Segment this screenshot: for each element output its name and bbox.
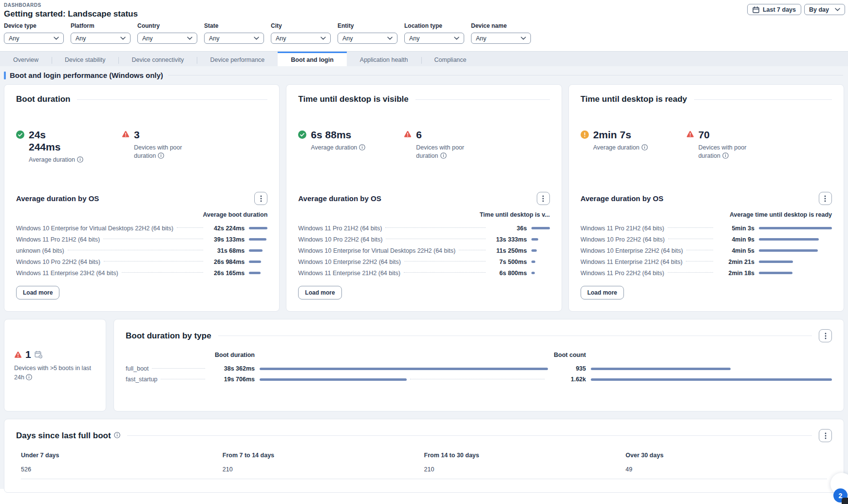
filter-select-platform[interactable]: Any: [71, 33, 131, 44]
dotted-leader: [459, 250, 486, 250]
divider: [127, 435, 812, 436]
load-more-button[interactable]: Load more: [298, 286, 341, 299]
os-row: Windows 10 Pro 22H2 (64 bits)13s 333ms: [298, 234, 549, 245]
dotted-leader: [668, 272, 713, 273]
metric-label: Average duration: [311, 144, 365, 152]
count-bar: [591, 378, 832, 381]
filter-select-state[interactable]: Any: [204, 33, 264, 44]
info-icon[interactable]: [359, 144, 365, 150]
average-duration-metric: 24s244msAverage duration: [16, 129, 122, 181]
load-more-button[interactable]: Load more: [16, 286, 59, 299]
os-row: Windows 10 Pro 22H2 (64 bits)26s 984ms: [16, 256, 267, 267]
kebab-icon: [542, 195, 544, 202]
metric-cards-row: Boot duration24s244msAverage duration3De…: [4, 84, 844, 312]
card-menu-button[interactable]: [537, 192, 550, 205]
calendar-icon: [753, 6, 759, 13]
value-bar: [759, 227, 832, 229]
info-icon[interactable]: [440, 152, 447, 159]
filter-location-type: Location typeAny: [404, 22, 464, 44]
filter-select-city[interactable]: Any: [271, 33, 331, 44]
card-title: Time until desktop is ready: [581, 94, 687, 104]
dotted-leader: [404, 272, 486, 273]
filter-select-entity[interactable]: Any: [338, 33, 397, 44]
filter-label: Device name: [471, 22, 531, 29]
dotted-leader: [161, 379, 205, 379]
dotted-leader: [410, 379, 545, 379]
os-row: Windows 11 Pro 21H2 (64 bits)5min 3s: [581, 223, 832, 234]
info-icon[interactable]: [722, 152, 729, 159]
tab-device-connectivity[interactable]: Device connectivity: [118, 52, 197, 66]
os-value: 36s: [489, 225, 527, 232]
filter-label: Device type: [4, 22, 64, 29]
tab-application-health[interactable]: Application health: [347, 52, 421, 66]
info-icon[interactable]: [26, 374, 32, 380]
value-bar: [531, 227, 550, 229]
card-menu-button[interactable]: [819, 329, 832, 342]
os-label: Windows 11 Enterprise 21H2 (64 bits): [298, 270, 400, 277]
chevron-down-icon: [120, 37, 126, 40]
os-row: Windows 10 Enterprise 22H2 (64 bits)4min…: [581, 245, 832, 256]
os-label: Windows 11 Pro 22H2 (64 bits): [581, 270, 664, 277]
count-value: 1.62k: [551, 376, 586, 383]
date-range-button[interactable]: Last 7 days: [747, 4, 801, 15]
dotted-leader: [686, 261, 713, 261]
tab-device-stability[interactable]: Device stability: [52, 52, 118, 66]
column-header-boot-count: Boot count: [551, 352, 586, 358]
tab-overview[interactable]: Overview: [0, 52, 52, 66]
dotted-leader: [68, 250, 204, 250]
metric-label: Devices with poor duration: [134, 144, 191, 160]
load-more-button[interactable]: Load more: [581, 286, 624, 299]
select-value: Any: [142, 35, 153, 42]
value-bar: [531, 249, 537, 252]
reboot-count: 1: [25, 349, 31, 360]
days-since-last-full-boot-card: Days since last full boot Under 7 daysFr…: [4, 419, 844, 493]
card-menu-button[interactable]: [254, 192, 267, 205]
duration-bar: [260, 368, 548, 370]
card-menu-button[interactable]: [819, 429, 832, 442]
value-bar: [531, 238, 538, 241]
value-bar: [759, 238, 819, 241]
filter-select-location-type[interactable]: Any: [404, 33, 464, 44]
metric-label: Average duration: [29, 156, 83, 164]
filter-country: CountryAny: [137, 22, 197, 44]
filter-label: City: [271, 22, 331, 29]
info-icon[interactable]: [641, 144, 648, 150]
tab-device-performance[interactable]: Device performance: [197, 52, 278, 66]
os-row: Windows 11 Enterprise 21H2 (64 bits)2min…: [581, 256, 832, 267]
dotted-leader: [177, 227, 204, 228]
dotted-leader: [385, 227, 485, 228]
days-column-header: From 14 to 30 days: [424, 452, 626, 466]
value-bar: [531, 272, 535, 274]
filter-select-device-name[interactable]: Any: [471, 33, 531, 44]
granularity-select[interactable]: By day: [804, 4, 845, 15]
os-value: 13s 333ms: [489, 236, 527, 243]
select-value: Any: [342, 35, 353, 42]
alert-circle-icon: [581, 131, 589, 139]
value-bar: [249, 261, 261, 263]
info-icon[interactable]: [77, 156, 83, 163]
dotted-leader: [152, 368, 205, 369]
info-icon[interactable]: [158, 152, 164, 159]
os-row: unknown (64 bits)31s 68ms: [16, 245, 267, 256]
filter-select-country[interactable]: Any: [137, 33, 197, 44]
dotted-leader: [686, 250, 713, 250]
card-menu-button[interactable]: [819, 192, 832, 205]
filter-entity: EntityAny: [338, 22, 397, 44]
os-row: Windows 11 Enterprise 21H2 (64 bits)6s 8…: [298, 267, 549, 279]
warning-triangle-icon: [686, 131, 694, 138]
info-icon[interactable]: [114, 432, 120, 438]
card-time-until-desktop-is-visible: Time until desktop is visible6s 88msAver…: [286, 84, 562, 312]
filter-label: Entity: [338, 22, 397, 29]
days-column-header: Under 7 days: [21, 452, 223, 466]
divider: [415, 99, 550, 100]
divider: [218, 336, 812, 336]
filter-select-device-type[interactable]: Any: [4, 33, 64, 44]
tab-boot-and-login[interactable]: Boot and login: [278, 52, 346, 66]
os-value: 4min 5s: [716, 247, 754, 254]
section-header: Boot and login performance (Windows only…: [4, 71, 843, 79]
days-column-header: From 7 to 14 days: [223, 452, 424, 466]
tab-compliance[interactable]: Compliance: [421, 52, 480, 66]
os-bar-chart: Average time until desktop is readyWindo…: [581, 211, 832, 279]
chart-title: Average duration by OS: [298, 194, 381, 203]
chat-widget-corner[interactable]: [842, 498, 848, 504]
